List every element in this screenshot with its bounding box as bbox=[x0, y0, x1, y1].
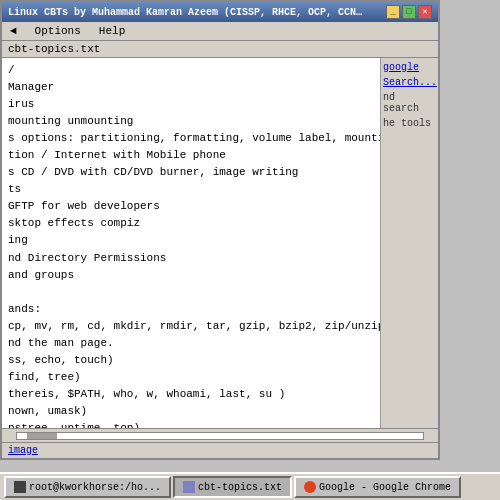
taskbar-label-chrome: Google - Google Chrome bbox=[319, 482, 451, 493]
text-line: ands: bbox=[8, 301, 374, 318]
text-line bbox=[8, 284, 374, 301]
minimize-button[interactable]: _ bbox=[386, 5, 400, 19]
close-button[interactable]: ✕ bbox=[418, 5, 432, 19]
text-line: nown, umask) bbox=[8, 403, 374, 420]
main-window: Linux CBTs by Muhammad Kamran Azeem (CIS… bbox=[0, 0, 440, 460]
text-line: / bbox=[8, 62, 374, 79]
menu-help[interactable]: Help bbox=[95, 24, 129, 38]
text-line: nd Directory Permissions bbox=[8, 250, 374, 267]
text-line: cp, mv, rm, cd, mkdir, rmdir, tar, gzip,… bbox=[8, 318, 374, 335]
text-line: mounting unmounting bbox=[8, 113, 374, 130]
status-bar: image bbox=[2, 442, 438, 458]
sidebar-tools-label: he tools bbox=[383, 118, 436, 129]
text-line: GFTP for web developers bbox=[8, 198, 374, 215]
taskbar-btn-editor[interactable]: cbt-topics.txt bbox=[173, 476, 292, 498]
terminal-icon bbox=[14, 481, 26, 493]
window-title: Linux CBTs by Muhammad Kamran Azeem (CIS… bbox=[8, 7, 368, 18]
text-line: ss, echo, touch) bbox=[8, 352, 374, 369]
text-line: find, tree) bbox=[8, 369, 374, 386]
status-image-link[interactable]: image bbox=[8, 445, 38, 456]
text-line: ts bbox=[8, 181, 374, 198]
title-bar-buttons: _ □ ✕ bbox=[386, 5, 432, 19]
text-line: thereis, $PATH, who, w, whoami, last, su… bbox=[8, 386, 374, 403]
h-scrollbar[interactable] bbox=[2, 428, 438, 442]
menu-back[interactable]: ◄ bbox=[6, 24, 21, 38]
taskbar-label-terminal: root@kworkhorse:/ho... bbox=[29, 482, 161, 493]
text-pane[interactable]: /Managerirus mounting unmountings option… bbox=[2, 58, 380, 428]
editor-icon bbox=[183, 481, 195, 493]
h-scrollbar-thumb[interactable] bbox=[27, 433, 57, 439]
text-line: pstree, uptime, top) bbox=[8, 420, 374, 428]
sidebar-search-label: nd search bbox=[383, 92, 436, 114]
text-line: Manager bbox=[8, 79, 374, 96]
text-line: tion / Internet with Mobile phone bbox=[8, 147, 374, 164]
menu-options[interactable]: Options bbox=[31, 24, 85, 38]
text-line: s CD / DVD with CD/DVD burner, image wri… bbox=[8, 164, 374, 181]
sidebar-search-link[interactable]: Search... bbox=[383, 77, 436, 88]
content-area: /Managerirus mounting unmountings option… bbox=[2, 58, 438, 428]
text-line: s options: partitioning, formatting, vol… bbox=[8, 130, 374, 147]
chrome-icon bbox=[304, 481, 316, 493]
file-label: cbt-topics.txt bbox=[2, 41, 438, 58]
sidebar-google-link[interactable]: google bbox=[383, 62, 436, 73]
text-line: irus bbox=[8, 96, 374, 113]
title-bar: Linux CBTs by Muhammad Kamran Azeem (CIS… bbox=[2, 2, 438, 22]
menu-bar: ◄ Options Help bbox=[2, 22, 438, 41]
text-line: and groups bbox=[8, 267, 374, 284]
taskbar-label-editor: cbt-topics.txt bbox=[198, 482, 282, 493]
taskbar-btn-terminal[interactable]: root@kworkhorse:/ho... bbox=[4, 476, 171, 498]
text-line: ing bbox=[8, 232, 374, 249]
h-scrollbar-track[interactable] bbox=[16, 432, 424, 440]
text-line: sktop effects compiz bbox=[8, 215, 374, 232]
sidebar-panel: google Search... nd search he tools bbox=[380, 58, 438, 428]
taskbar: root@kworkhorse:/ho... cbt-topics.txt Go… bbox=[0, 472, 500, 500]
text-line: nd the man page. bbox=[8, 335, 374, 352]
taskbar-btn-chrome[interactable]: Google - Google Chrome bbox=[294, 476, 461, 498]
maximize-button[interactable]: □ bbox=[402, 5, 416, 19]
